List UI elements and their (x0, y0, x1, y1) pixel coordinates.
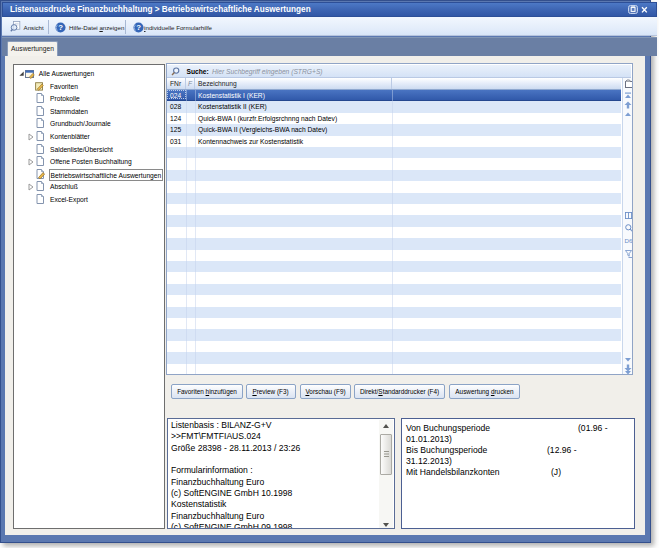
svg-text:?: ? (59, 23, 64, 32)
svg-text:?: ? (136, 23, 141, 32)
